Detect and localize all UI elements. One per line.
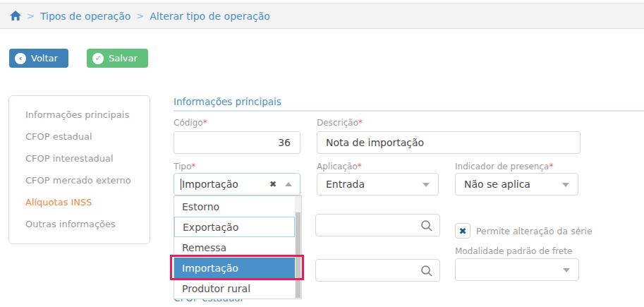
breadcrumb-tipos-de-operacao[interactable]: Tipos de operação (40, 11, 130, 22)
descricao-label: Descrição* (317, 118, 363, 128)
modalidade-frete-label: Modalidade padrão de frete (455, 246, 572, 256)
required-marker: * (203, 118, 207, 128)
required-marker: * (191, 162, 195, 171)
dropdown-option-importacao[interactable]: Importação (174, 258, 295, 278)
chevron-down-icon[interactable] (562, 183, 569, 187)
magnifier-icon[interactable] (420, 265, 433, 279)
required-marker: * (358, 162, 362, 171)
chevron-up-icon[interactable] (285, 182, 292, 186)
checkbox-x-icon: ✖ (459, 226, 467, 236)
indicador-presenca-label: Indicador de presença* (455, 162, 553, 171)
breadcrumb: > Tipos de operação > Alterar tipo de op… (0, 3, 644, 29)
dropdown-option-estorno[interactable]: Estorno (174, 196, 295, 217)
permite-alteracao-serie-checkbox[interactable]: ✖ (455, 223, 470, 239)
aplicacao-label: Aplicação* (317, 162, 362, 171)
aplicacao-select-value: Entrada (326, 179, 365, 190)
salvar-button-label: Salvar (109, 53, 138, 64)
breadcrumb-separator: > (136, 11, 144, 21)
scrollbar-thumb[interactable] (296, 212, 300, 298)
voltar-button-label: Voltar (31, 53, 58, 64)
chevron-down-icon[interactable] (423, 183, 430, 187)
home-icon[interactable] (10, 11, 21, 21)
indicador-select-value: Não se aplica (464, 179, 530, 190)
descricao-input[interactable]: Nota de importação (317, 131, 581, 154)
tipo-select-value: Importação (182, 179, 238, 190)
section-divider (174, 110, 644, 112)
dropdown-option-produtor-rural[interactable]: Produtor rural (174, 278, 295, 299)
text-cursor (181, 179, 181, 190)
permite-alteracao-serie-label: Permite alteração da série (476, 226, 593, 236)
chevron-left-icon: ‹ (15, 53, 26, 64)
codigo-input[interactable]: 36 (174, 131, 300, 154)
indicador-presenca-select[interactable]: Não se aplica (455, 173, 578, 195)
aplicacao-select[interactable]: Entrada (317, 173, 439, 195)
lookup-input-1[interactable] (315, 214, 440, 236)
sidebar-item-cfop-estadual[interactable]: CFOP estadual (25, 126, 150, 148)
modalidade-frete-select[interactable] (455, 258, 579, 281)
tipo-label: Tipo* (174, 162, 195, 171)
dropdown-scrollbar[interactable] (295, 196, 301, 299)
breadcrumb-separator: > (27, 11, 35, 21)
required-marker: * (549, 162, 553, 171)
section-title: Informações principais (174, 96, 281, 107)
dropdown-option-remessa[interactable]: Remessa (174, 237, 295, 258)
chevron-down-icon[interactable] (563, 268, 570, 272)
tipo-dropdown-list: Estorno Exportação Remessa Importação Pr… (174, 195, 302, 299)
sidebar-item-aliquotas-inss[interactable]: Alíquotas INSS (25, 191, 150, 213)
clear-selection-icon[interactable]: ✖ (269, 179, 277, 189)
sidebar-item-outras-informacoes[interactable]: Outras informações (25, 213, 150, 235)
sidebar-item-cfop-interestadual[interactable]: CFOP interestadual (25, 148, 150, 169)
salvar-button[interactable]: ✓ Salvar (87, 49, 148, 68)
check-icon: ✓ (92, 53, 104, 64)
sidebar-item-informacoes-principais[interactable]: Informações principais (25, 104, 150, 126)
voltar-button[interactable]: ‹ Voltar (9, 49, 68, 68)
codigo-label: Código* (174, 118, 207, 128)
sidebar-item-cfop-mercado-externo[interactable]: CFOP mercado externo (25, 169, 150, 191)
required-marker: * (358, 118, 363, 128)
breadcrumb-current-page: Alterar tipo de operação (150, 11, 270, 22)
tipo-select[interactable]: Importação ✖ (174, 173, 300, 195)
lookup-input-2[interactable] (315, 259, 440, 282)
dropdown-option-exportacao[interactable]: Exportação (174, 217, 295, 237)
page: > Tipos de operação > Alterar tipo de op… (0, 0, 644, 307)
magnifier-icon[interactable] (420, 219, 433, 234)
sidebar: Informações principais CFOP estadual CFO… (8, 95, 150, 244)
